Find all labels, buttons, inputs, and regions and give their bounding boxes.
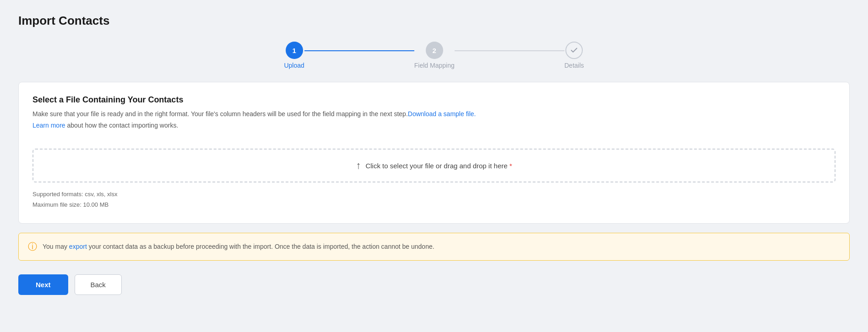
stepper: 1 Upload 2 Field Mapping Details (18, 42, 850, 69)
download-sample-link[interactable]: Download a sample file. (408, 110, 476, 118)
card-title: Select a File Containing Your Contacts (33, 95, 835, 105)
next-button[interactable]: Next (18, 274, 68, 295)
step-circle-field-mapping: 2 (426, 42, 443, 59)
supported-formats: Supported formats: csv, xls, xlsx (33, 189, 835, 199)
card-description: Make sure that your file is ready and in… (33, 109, 835, 119)
warning-icon: ⓘ (28, 241, 37, 253)
step-label-field-mapping: Field Mapping (414, 62, 455, 69)
step-field-mapping: 2 Field Mapping (414, 42, 455, 69)
warning-text: You may export your contact data as a ba… (43, 242, 434, 252)
step-line-2 (455, 50, 564, 51)
upload-icon: ↑ (356, 160, 361, 171)
step-label-details: Details (564, 62, 584, 69)
step-circle-upload: 1 (286, 42, 303, 59)
learn-more-link[interactable]: Learn more (33, 121, 65, 130)
warning-banner: ⓘ You may export your contact data as a … (18, 233, 850, 261)
button-row: Next Back (18, 274, 850, 295)
step-label-upload: Upload (284, 62, 304, 69)
step-circle-details (565, 42, 583, 59)
step-line-1 (304, 50, 414, 51)
file-info: Supported formats: csv, xls, xlsx Maximu… (33, 189, 835, 210)
file-upload-area[interactable]: ↑ Click to select your file or drag and … (33, 149, 835, 182)
step-upload: 1 Upload (284, 42, 304, 69)
back-button[interactable]: Back (75, 274, 122, 295)
step-details: Details (564, 42, 584, 69)
main-card: Select a File Containing Your Contacts M… (18, 82, 850, 224)
upload-label: Click to select your file or drag and dr… (365, 162, 512, 170)
export-link[interactable]: export (69, 243, 87, 250)
page-title: Import Contacts (18, 14, 850, 28)
max-file-size: Maximum file size: 10.00 MB (33, 199, 835, 210)
required-marker: * (510, 162, 512, 170)
upload-inner: ↑ Click to select your file or drag and … (43, 160, 825, 171)
learn-more-suffix: about how the contact importing works. (65, 122, 179, 129)
learn-more-paragraph: Learn more about how the contact importi… (33, 121, 835, 139)
